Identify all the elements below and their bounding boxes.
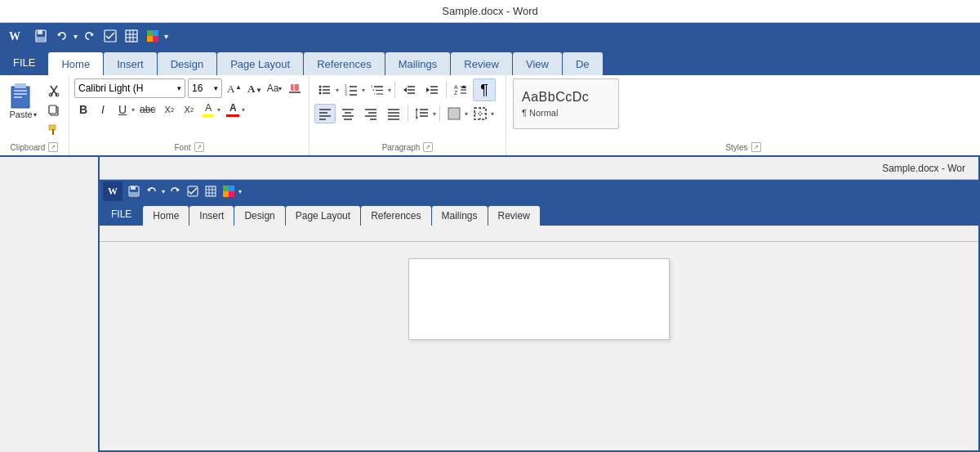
inner-table-button[interactable]	[203, 183, 219, 199]
inner-title-bar: Sample.docx - Wor	[100, 157, 978, 180]
tab-mailings[interactable]: Mailings	[385, 52, 451, 75]
customize-quick-access-dropdown[interactable]: ▾	[164, 32, 168, 41]
check-button[interactable]	[100, 26, 120, 46]
tab-references[interactable]: References	[304, 52, 384, 75]
copy-button[interactable]	[44, 101, 64, 119]
bullets-dropdown[interactable]: ▾	[336, 87, 339, 94]
tab-bar: FILE Home Insert Design Page Layout Refe…	[0, 49, 980, 75]
svg-text:▲: ▲	[235, 83, 241, 91]
bullets-button[interactable]	[314, 80, 336, 100]
tab-home[interactable]: Home	[48, 52, 103, 75]
superscript-button[interactable]: X2	[180, 101, 198, 119]
borders-dropdown[interactable]: ▾	[491, 110, 494, 118]
multilevel-dropdown[interactable]: ▾	[388, 87, 391, 94]
paste-button[interactable]: Paste ▾	[5, 78, 41, 121]
shading-button[interactable]	[443, 104, 465, 123]
align-left-button[interactable]	[314, 104, 336, 123]
inner-customize-dropdown[interactable]: ▾	[238, 188, 242, 195]
inner-tab-mailings[interactable]: Mailings	[432, 206, 488, 226]
tab-insert[interactable]: Insert	[104, 52, 157, 75]
inner-tab-home[interactable]: Home	[143, 206, 189, 226]
highlight-color-button[interactable]: A	[199, 101, 217, 119]
strikethrough-button[interactable]: abc	[136, 101, 158, 119]
inner-tab-review[interactable]: Review	[488, 206, 540, 226]
italic-button[interactable]: I	[94, 101, 112, 119]
undo-button[interactable]	[52, 26, 72, 46]
bold-button[interactable]: B	[74, 101, 92, 119]
underline-button[interactable]: U	[114, 101, 131, 119]
font-name-selector[interactable]: Calibri Light (H ▾	[74, 78, 185, 98]
increase-font-size-button[interactable]: A ▲	[225, 79, 243, 97]
line-spacing-dropdown[interactable]: ▾	[433, 110, 436, 118]
svg-rect-4	[37, 37, 45, 41]
svg-rect-30	[52, 129, 54, 135]
shading-dropdown[interactable]: ▾	[465, 110, 468, 118]
numbering-button[interactable]: 1. 2. 3.	[341, 80, 362, 100]
inner-save-button[interactable]	[126, 183, 142, 199]
paste-label: Paste ▾	[9, 110, 36, 119]
inner-tab-references[interactable]: References	[361, 206, 430, 226]
inner-color-button[interactable]	[220, 183, 237, 199]
tab-review[interactable]: Review	[451, 52, 512, 75]
sort-button[interactable]: A Z	[450, 80, 471, 100]
format-painter-button[interactable]	[44, 121, 64, 139]
font-size-selector[interactable]: 16 ▾	[188, 78, 222, 98]
paragraph-expand[interactable]: ↗	[423, 142, 433, 152]
style-preview-text: AaBbCcDc	[522, 90, 610, 105]
decrease-font-size-button[interactable]: A ▼	[245, 79, 263, 97]
style-preview-box[interactable]: AaBbCcDc ¶ Normal	[513, 78, 619, 129]
save-button[interactable]	[31, 26, 51, 46]
align-center-icon	[341, 106, 355, 121]
inner-tab-design[interactable]: Design	[234, 206, 284, 226]
word-logo: W	[3, 25, 26, 47]
styles-footer: Styles ↗	[506, 141, 980, 155]
paste-dropdown-arrow: ▾	[33, 111, 37, 119]
cut-button[interactable]	[44, 82, 64, 100]
align-center-button[interactable]	[337, 104, 359, 123]
undo-dropdown[interactable]: ▾	[74, 32, 78, 41]
svg-rect-100	[131, 186, 136, 190]
subscript-button[interactable]: X2	[160, 101, 178, 119]
increase-font-icon: A ▲	[226, 81, 241, 96]
clipboard-expand[interactable]: ↗	[48, 142, 58, 152]
highlight-dropdown[interactable]: ▾	[217, 106, 220, 114]
tab-de[interactable]: De	[563, 52, 603, 75]
increase-indent-button[interactable]	[421, 80, 443, 100]
line-spacing-button[interactable]	[412, 104, 433, 123]
underline-dropdown[interactable]: ▾	[131, 106, 135, 114]
inner-tab-insert[interactable]: Insert	[189, 206, 234, 226]
show-formatting-button[interactable]: ¶	[473, 78, 496, 101]
font-color-button[interactable]: A	[224, 101, 242, 119]
numbering-dropdown[interactable]: ▾	[362, 87, 365, 94]
decrease-indent-button[interactable]	[399, 80, 420, 100]
inner-undo-dropdown[interactable]: ▾	[162, 188, 165, 195]
inner-ribbon	[100, 226, 978, 242]
borders-button[interactable]	[470, 104, 491, 123]
inner-undo-button[interactable]	[144, 183, 160, 199]
justify-icon	[386, 106, 401, 121]
table-button[interactable]	[122, 26, 141, 46]
redo-button[interactable]	[79, 26, 99, 46]
tab-page-layout[interactable]: Page Layout	[217, 52, 303, 75]
change-case-button[interactable]: Aa▾	[265, 79, 283, 97]
tab-file[interactable]: FILE	[0, 49, 48, 75]
inner-check-button[interactable]	[185, 183, 201, 199]
font-expand[interactable]: ↗	[194, 142, 204, 152]
multilevel-button[interactable]: 1. a. i.	[367, 80, 388, 100]
justify-button[interactable]	[383, 104, 404, 123]
inner-tab-file[interactable]: FILE	[100, 203, 143, 226]
inner-tab-page-layout[interactable]: Page Layout	[286, 206, 360, 226]
align-right-button[interactable]	[360, 104, 381, 123]
svg-text:3.: 3.	[345, 92, 348, 96]
inner-redo-button[interactable]	[167, 183, 183, 199]
styles-expand[interactable]: ↗	[751, 142, 761, 152]
paragraph-group: ▾ 1. 2. 3.	[310, 75, 506, 155]
color-button[interactable]	[143, 26, 163, 46]
tab-view[interactable]: View	[513, 52, 562, 75]
align-left-icon	[318, 106, 332, 121]
font-color-dropdown[interactable]: ▾	[242, 106, 245, 114]
inner-tab-bar: FILE Home Insert Design Page Layout Refe…	[100, 203, 978, 226]
clear-formatting-button[interactable]	[286, 79, 304, 97]
tab-design[interactable]: Design	[158, 52, 216, 75]
svg-rect-22	[14, 96, 22, 98]
